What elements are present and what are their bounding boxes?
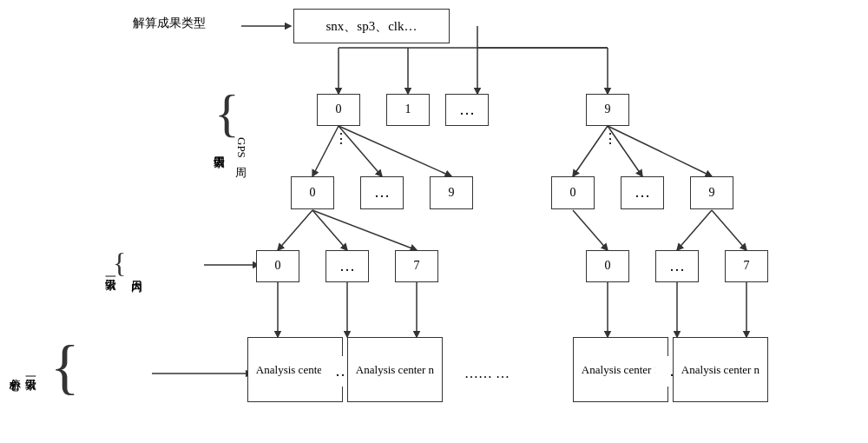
bottom-brace: {	[50, 337, 80, 398]
row3-right-box-dots: …	[655, 250, 699, 282]
svg-line-18	[573, 210, 608, 250]
row3-left-box-7: 7	[395, 250, 438, 282]
row1-box-dots: …	[445, 94, 489, 126]
four-level-label: 四级索引	[213, 87, 227, 208]
row2-left-box-0: 0	[291, 176, 334, 209]
row2-left-box-dots: …	[360, 176, 404, 209]
row2-right-box-dots: …	[621, 176, 664, 209]
first-level-label-bottom: 一级索引	[24, 337, 38, 402]
row1-box-1: 1	[386, 94, 430, 126]
gps-week-label: GPS周	[234, 87, 248, 208]
row3-left-box-0: 0	[256, 250, 299, 282]
svg-line-14	[608, 126, 712, 176]
result-type-label: 解算成果类型	[104, 16, 234, 31]
svg-line-17	[312, 210, 417, 250]
svg-line-19	[677, 210, 712, 250]
svg-line-20	[712, 210, 746, 250]
svg-line-16	[312, 210, 347, 250]
vdots-row1-right: ⋮	[603, 130, 617, 149]
svg-line-15	[278, 210, 312, 250]
analysis-right-1: Analysis center 1	[573, 337, 668, 402]
one-level-label: 一级索引	[104, 241, 118, 298]
analysis-left-n: Analysis center n	[347, 337, 443, 402]
row3-right-box-0: 0	[586, 250, 629, 282]
row2-left-box-9: 9	[430, 176, 473, 209]
row2-right-box-9: 9	[690, 176, 733, 209]
between-dots: …… …	[464, 365, 510, 383]
svg-line-12	[573, 126, 608, 176]
diagram: 解算成果类型 snx、sp3、clk… 0 1 … 9 ⋮ ⋮ 0 … 9 0 …	[0, 0, 868, 443]
result-values-box: snx、sp3、clk…	[293, 9, 450, 43]
day-label: 周内日	[130, 246, 144, 298]
analysis-center-label: 分析中心	[9, 337, 23, 402]
row1-box-9: 9	[586, 94, 629, 126]
row2-right-box-0: 0	[551, 176, 595, 209]
svg-line-11	[339, 126, 451, 176]
row3-right-box-7: 7	[725, 250, 768, 282]
analysis-right-n: Analysis center n	[673, 337, 768, 402]
row1-box-0: 0	[317, 94, 360, 126]
vdots-row1-left: ⋮	[334, 130, 348, 149]
row3-left-box-dots: …	[326, 250, 369, 282]
